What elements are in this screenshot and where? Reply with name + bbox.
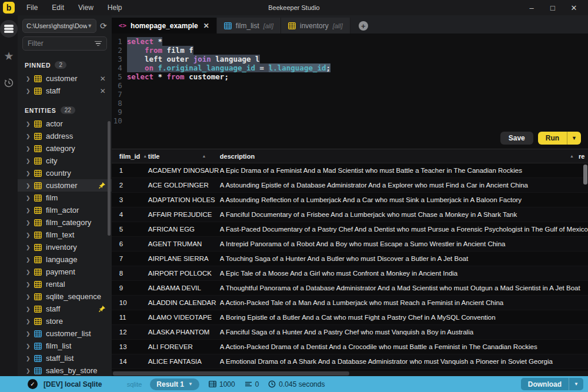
result-selector[interactable]: Result 1 ▼ — [150, 378, 199, 390]
close-button[interactable]: ✕ — [566, 2, 582, 14]
minimize-button[interactable]: – — [523, 2, 540, 14]
entity-item-film_list[interactable]: ❯film_list — [18, 340, 112, 352]
chevron-right-icon[interactable]: ❯ — [26, 158, 30, 164]
entity-item-staff_list[interactable]: ❯staff_list — [18, 352, 112, 364]
chevron-right-icon[interactable]: ❯ — [26, 207, 30, 213]
chevron-right-icon[interactable]: ❯ — [26, 368, 30, 374]
chevron-right-icon[interactable]: ❯ — [26, 220, 30, 226]
entity-item-inventory[interactable]: ❯inventory — [18, 241, 112, 253]
chevron-right-icon[interactable]: ❯ — [26, 88, 30, 94]
download-button[interactable]: Download — [521, 378, 569, 390]
entity-item-address[interactable]: ❯address — [18, 130, 112, 142]
entity-item-category[interactable]: ❯category — [18, 142, 112, 155]
history-button[interactable] — [0, 74, 18, 92]
entity-item-film[interactable]: ❯film — [18, 192, 112, 204]
tab-inventory[interactable]: inventory[all] — [281, 18, 350, 33]
entity-item-film_text[interactable]: ❯film_text — [18, 229, 112, 241]
sort-icon[interactable]: ▲ — [143, 154, 147, 158]
database-tab-button[interactable] — [0, 20, 18, 38]
results-vertical-scrollbar[interactable] — [583, 165, 587, 185]
entity-item-staff[interactable]: ❯staff — [18, 303, 112, 315]
run-options-caret[interactable]: ▼ — [567, 132, 581, 145]
chevron-right-icon[interactable]: ❯ — [26, 76, 30, 82]
chevron-right-icon[interactable]: ❯ — [26, 269, 30, 275]
pin-icon[interactable] — [98, 305, 106, 313]
chevron-right-icon[interactable]: ❯ — [26, 343, 30, 349]
table-row[interactable]: 14ALICE FANTASIAA Emotional Drama of a A… — [112, 354, 588, 369]
table-row[interactable]: 3ADAPTATION HOLESA Astounding Reflection… — [112, 193, 588, 207]
entity-item-customer_list[interactable]: ❯customer_list — [18, 327, 112, 340]
entity-item-payment[interactable]: ❯payment — [18, 266, 112, 278]
sort-icon[interactable]: ▲ — [570, 154, 574, 158]
chevron-right-icon[interactable]: ❯ — [26, 331, 30, 337]
menu-file[interactable]: File — [21, 1, 44, 14]
table-row[interactable]: 7AIRPLANE SIERRAA Touching Saga of a Hun… — [112, 252, 588, 266]
results-horizontal-scroll-track[interactable] — [112, 371, 588, 376]
entity-item-film_category[interactable]: ❯film_category — [18, 216, 112, 229]
pin-icon[interactable] — [98, 182, 106, 189]
entity-item-rental[interactable]: ❯rental — [18, 278, 112, 290]
table-row[interactable]: 9ALABAMA DEVILA Thoughtful Panorama of a… — [112, 281, 588, 296]
chevron-right-icon[interactable]: ❯ — [26, 232, 30, 238]
menu-view[interactable]: View — [72, 1, 99, 14]
column-header-title[interactable]: title — [148, 153, 160, 160]
save-button[interactable]: Save — [500, 132, 533, 145]
entity-item-film_actor[interactable]: ❯film_actor — [18, 204, 112, 216]
maximize-button[interactable]: □ — [544, 2, 561, 14]
menu-edit[interactable]: Edit — [46, 1, 70, 14]
menu-help[interactable]: Help — [102, 1, 128, 14]
tab-film_list[interactable]: film_list[all] — [217, 18, 281, 33]
tab-homepage_example[interactable]: <>homepage_example✕ — [112, 18, 217, 33]
filter-funnel-icon[interactable] — [95, 41, 102, 46]
table-row[interactable]: 12ALASKA PHANTOMA Fanciful Saga of a Hun… — [112, 325, 588, 340]
entity-item-actor[interactable]: ❯actor — [18, 118, 112, 130]
entity-item-city[interactable]: ❯city — [18, 155, 112, 167]
chevron-right-icon[interactable]: ❯ — [26, 183, 30, 189]
run-button[interactable]: Run — [538, 132, 567, 145]
column-header-description[interactable]: description — [220, 153, 255, 160]
chevron-right-icon[interactable]: ❯ — [26, 282, 30, 287]
table-row[interactable]: 2ACE GOLDFINGERA Astounding Epistle of a… — [112, 178, 588, 193]
chevron-right-icon[interactable]: ❯ — [26, 133, 30, 139]
refresh-icon[interactable]: ⟳ — [100, 21, 107, 31]
results-horizontal-scrollbar[interactable] — [113, 371, 349, 376]
entity-item-sales_by_store[interactable]: ❯sales_by_store — [18, 364, 112, 376]
table-row[interactable]: 6AGENT TRUMANA Intrepid Panorama of a Ro… — [112, 237, 588, 252]
chevron-right-icon[interactable]: ❯ — [26, 121, 30, 127]
chevron-right-icon[interactable]: ❯ — [26, 195, 30, 201]
chevron-right-icon[interactable]: ❯ — [26, 306, 30, 312]
entity-item-country[interactable]: ❯country — [18, 167, 112, 179]
connection-dropdown[interactable]: C:\Users\ghstng\Downloads ▼ — [22, 19, 96, 33]
chevron-right-icon[interactable]: ❯ — [26, 244, 30, 250]
unpin-close-icon[interactable]: ✕ — [100, 75, 106, 83]
pinned-item-customer[interactable]: ❯customer✕ — [18, 72, 112, 85]
column-header-film-id[interactable]: film_id — [119, 153, 140, 160]
sql-editor[interactable]: 1select *2 from film f3 left outer join … — [112, 33, 588, 128]
table-row[interactable]: 11ALAMO VIDEOTAPEA Boring Epistle of a B… — [112, 310, 588, 325]
chevron-right-icon[interactable]: ❯ — [26, 146, 30, 152]
unpin-close-icon[interactable]: ✕ — [100, 87, 106, 95]
chevron-right-icon[interactable]: ❯ — [26, 257, 30, 263]
download-options-caret[interactable]: ▼ — [569, 378, 583, 390]
chevron-right-icon[interactable]: ❯ — [26, 356, 30, 361]
table-row[interactable]: 5AFRICAN EGGA Fast-Paced Documentary of … — [112, 222, 588, 237]
pinned-item-staff[interactable]: ❯staff✕ — [18, 85, 112, 97]
table-row[interactable]: 13ALI FOREVERA Action-Packed Drama of a … — [112, 340, 588, 354]
entity-item-customer[interactable]: ❯customer — [18, 179, 112, 192]
sidebar-scrollbar[interactable] — [108, 121, 111, 236]
table-row[interactable]: 1ACADEMY DINOSAURA Epic Drama of a Femin… — [112, 163, 588, 178]
new-tab-button[interactable]: + — [359, 21, 368, 31]
table-row[interactable]: 10ALADDIN CALENDARA Action-Packed Tale o… — [112, 296, 588, 310]
favorites-button[interactable]: ★ — [0, 47, 18, 65]
entity-item-store[interactable]: ❯store — [18, 315, 112, 327]
entity-item-sqlite_sequence[interactable]: ❯sqlite_sequence — [18, 290, 112, 303]
chevron-right-icon[interactable]: ❯ — [26, 170, 30, 176]
column-header-partial[interactable]: re — [579, 153, 588, 160]
table-row[interactable]: 4AFFAIR PREJUDICEA Fanciful Documentary … — [112, 207, 588, 222]
close-tab-icon[interactable]: ✕ — [203, 22, 209, 30]
chevron-right-icon[interactable]: ❯ — [26, 294, 30, 300]
sort-icon[interactable]: ▲ — [202, 154, 206, 158]
chevron-right-icon[interactable]: ❯ — [26, 319, 30, 324]
entity-item-language[interactable]: ❯language — [18, 253, 112, 266]
table-row[interactable]: 8AIRPORT POLLOCKA Epic Tale of a Moose A… — [112, 266, 588, 281]
